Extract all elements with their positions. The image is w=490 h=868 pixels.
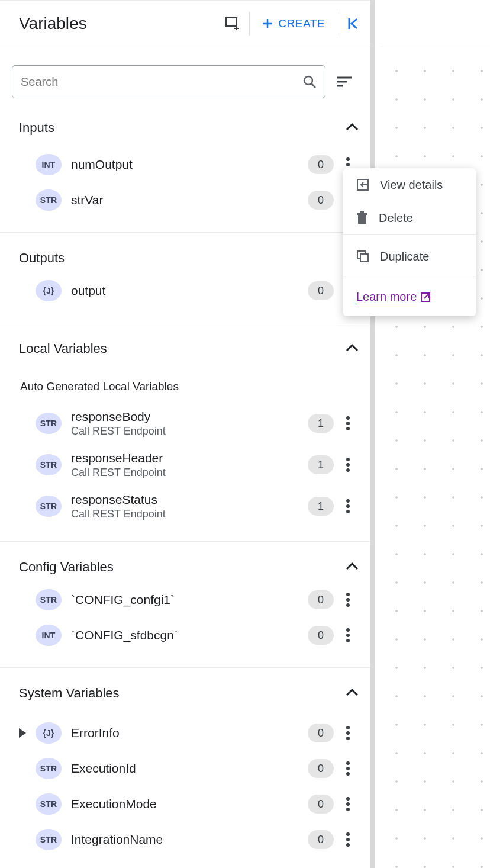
collapse-icon: [347, 17, 360, 30]
search-box[interactable]: [12, 65, 325, 98]
variable-row[interactable]: STR responseHeader Call REST Endpoint 1: [0, 444, 370, 486]
svg-point-29: [346, 726, 350, 729]
usage-count: 1: [308, 497, 334, 516]
menu-item-view-details[interactable]: View details: [343, 168, 476, 201]
variable-name: ExecutionMode: [71, 797, 308, 811]
variable-row[interactable]: STR strVar 0: [0, 182, 370, 218]
variable-row[interactable]: INT numOutput 0: [0, 147, 370, 182]
section-header-config[interactable]: Config Variables: [0, 542, 370, 582]
type-badge-str: STR: [36, 793, 62, 815]
type-badge-str: STR: [36, 758, 62, 779]
collapse-panel-button[interactable]: [337, 9, 370, 38]
subsection-title: Auto Generated Local Variables: [0, 364, 370, 403]
sort-button[interactable]: [330, 76, 359, 88]
menu-item-learn-more[interactable]: Learn more: [343, 278, 476, 316]
svg-line-49: [424, 294, 429, 298]
link-label: Learn more: [356, 290, 417, 304]
section-header-outputs[interactable]: Outputs: [0, 233, 370, 273]
panel-header: Variables CREATE: [0, 0, 370, 47]
svg-point-37: [346, 808, 350, 811]
layout-icon-button[interactable]: [216, 9, 249, 38]
svg-point-31: [346, 737, 350, 740]
chevron-up-icon[interactable]: [346, 562, 359, 573]
usage-count: 0: [308, 830, 334, 849]
menu-label: Delete: [379, 211, 413, 225]
section-outputs: Outputs {J} output 0: [0, 233, 370, 323]
svg-rect-47: [360, 254, 368, 262]
svg-point-12: [346, 163, 350, 166]
variable-name: responseHeader: [71, 451, 308, 465]
more-menu-button[interactable]: [337, 825, 359, 854]
svg-point-26: [346, 628, 350, 632]
menu-item-delete[interactable]: Delete: [343, 201, 476, 234]
section-system: System Variables {J} ErrorInfo 0 STR Exe…: [0, 668, 370, 857]
usage-count: 0: [308, 191, 334, 210]
variable-row[interactable]: STR responseBody Call REST Endpoint 1: [0, 403, 370, 444]
variables-panel: Variables CREATE: [0, 0, 375, 868]
variable-source: Call REST Endpoint: [71, 467, 308, 479]
svg-line-7: [311, 83, 315, 88]
svg-point-6: [304, 76, 312, 85]
usage-count: 1: [308, 414, 334, 433]
variable-row[interactable]: INT `CONFIG_sfdbcgn` 0: [0, 618, 370, 653]
layout-icon: [225, 17, 240, 30]
panel-title: Variables: [19, 14, 87, 33]
menu-item-duplicate[interactable]: Duplicate: [343, 235, 476, 278]
variable-row[interactable]: STR IntegrationName 0: [0, 822, 370, 857]
section-inputs: Inputs INT numOutput 0 STR strVar 0: [0, 109, 370, 233]
usage-count: 0: [308, 281, 334, 300]
more-menu-button[interactable]: [337, 621, 359, 650]
svg-point-36: [346, 802, 350, 806]
trash-icon: [356, 211, 368, 224]
variable-row[interactable]: {J} ErrorInfo 0: [0, 715, 370, 751]
usage-count: 0: [308, 724, 334, 742]
type-badge-int: INT: [36, 154, 62, 175]
section-title: Local Variables: [19, 341, 107, 356]
more-menu-button[interactable]: [337, 492, 359, 520]
svg-point-19: [346, 468, 350, 472]
chevron-up-icon[interactable]: [346, 688, 359, 699]
panel-body: Inputs INT numOutput 0 STR strVar 0: [0, 47, 370, 868]
section-header-system[interactable]: System Variables: [0, 668, 370, 708]
variable-name: IntegrationName: [71, 832, 308, 847]
variable-name: numOutput: [71, 157, 308, 172]
section-header-inputs[interactable]: Inputs: [0, 109, 370, 147]
chevron-up-icon[interactable]: [346, 343, 359, 354]
variable-row[interactable]: STR ExecutionId 0: [0, 751, 370, 786]
svg-rect-45: [360, 211, 364, 213]
svg-point-32: [346, 761, 350, 765]
svg-point-40: [346, 843, 350, 847]
svg-point-14: [346, 416, 350, 420]
more-menu-button[interactable]: [337, 790, 359, 818]
triangle-right-icon: [19, 728, 26, 738]
type-badge-str: STR: [36, 189, 62, 211]
search-input[interactable]: [21, 75, 302, 89]
variable-name: `CONFIG_confgi1`: [71, 593, 308, 607]
more-menu-button[interactable]: [337, 754, 359, 783]
more-menu-button[interactable]: [337, 719, 359, 747]
variable-row[interactable]: STR ExecutionMode 0: [0, 786, 370, 822]
duplicate-icon: [356, 250, 369, 263]
type-badge-str: STR: [36, 454, 62, 475]
section-header-local[interactable]: Local Variables: [0, 323, 370, 364]
section-local: Local Variables Auto Generated Local Var…: [0, 323, 370, 542]
more-menu-button[interactable]: [337, 451, 359, 479]
chevron-up-icon[interactable]: [346, 123, 359, 133]
svg-point-20: [346, 499, 350, 503]
variable-row[interactable]: {J} output 0: [0, 273, 370, 308]
external-link-icon: [420, 292, 431, 303]
create-label: CREATE: [278, 17, 325, 30]
variable-name: `CONFIG_sfdbcgn`: [71, 628, 308, 642]
variable-source: Call REST Endpoint: [71, 425, 308, 438]
variable-row[interactable]: STR `CONFIG_confgi1` 0: [0, 582, 370, 618]
usage-count: 0: [308, 759, 334, 778]
more-menu-button[interactable]: [337, 409, 359, 438]
create-button[interactable]: CREATE: [250, 9, 337, 38]
type-badge-json: {J}: [36, 722, 62, 744]
variable-row[interactable]: STR responseStatus Call REST Endpoint 1: [0, 486, 370, 527]
variable-name: responseBody: [71, 410, 308, 424]
expand-row-button[interactable]: [19, 728, 36, 738]
type-badge-json: {J}: [36, 280, 62, 301]
more-menu-button[interactable]: [337, 586, 359, 614]
variable-name: output: [71, 284, 308, 298]
